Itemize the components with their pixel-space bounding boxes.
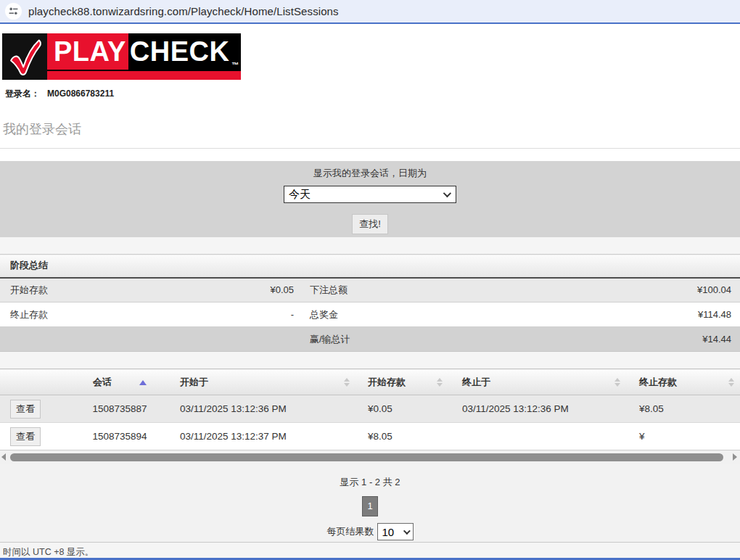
sessions-table: 会话 开始于 开始存款 终止于 终止存款 [0,368,740,450]
page-size-selected-value: 10 [382,526,395,538]
session-started: 03/11/2025 13:12:37 PM [174,423,355,450]
summary-total-row: 赢/输总计 ¥14.44 [0,327,740,352]
summary-label: 终止存款 [0,302,181,327]
page-size-row: 每页结果数 10 [0,523,740,540]
column-header-start-balance[interactable]: 开始存款 [355,369,448,395]
playcheck-logo: PLAY CHECK ™ [2,33,241,80]
column-header-session[interactable]: 会话 [65,369,174,395]
summary-value: ¥14.44 [435,327,740,352]
session-id: 1508735894 [65,423,174,450]
logo-play-text: PLAY [47,33,128,70]
summary-title: 阶段总结 [0,255,740,278]
session-ended: 03/11/2025 13:12:36 PM [448,395,626,423]
arrow-right-icon[interactable] [733,453,737,461]
sort-updown-icon [728,378,734,387]
session-started: 03/11/2025 13:12:36 PM [174,395,355,423]
summary-label: 赢/输总计 [305,327,435,352]
session-row: 查看 1508735894 03/11/2025 13:12:37 PM ¥8.… [0,423,740,450]
session-row: 查看 1508735887 03/11/2025 13:12:36 PM ¥0.… [0,395,740,423]
column-header-started[interactable]: 开始于 [174,369,355,395]
login-name-value: M0G0866783211 [47,88,114,99]
spacer [0,352,740,368]
session-end-balance: ¥ [626,423,740,450]
session-ended [448,423,626,450]
summary-label: 开始存款 [0,278,181,302]
summary-value: ¥114.48 [435,302,740,327]
session-summary-table: 阶段总结 开始存款 ¥0.05 下注总额 ¥100.04 终止存款 - 总奖金 … [0,254,740,352]
sort-ascending-icon [139,380,147,385]
logo-red-stripe [47,71,241,80]
sort-updown-icon [614,378,620,387]
column-header-view [0,369,65,395]
arrow-left-icon[interactable] [1,453,6,461]
summary-label [0,327,181,352]
search-button[interactable]: 查找! [352,214,388,234]
summary-label: 下注总额 [305,278,435,302]
login-name-row: 登录名：M0G0866783211 [2,80,740,100]
sort-updown-icon [437,378,443,387]
summary-value: ¥0.05 [181,278,305,302]
sort-updown-icon [344,378,350,387]
view-session-button[interactable]: 查看 [10,400,41,419]
pagination-range-text: 显示 1 - 2 共 2 [0,476,740,489]
summary-label: 总奖金 [305,302,435,327]
site-header: PLAY CHECK ™ 登录名：M0G0866783211 [0,24,740,100]
scrollbar-thumb[interactable] [10,453,723,461]
horizontal-scrollbar[interactable] [0,450,740,464]
date-range-selected-value: 今天 [289,188,311,202]
view-session-button[interactable]: 查看 [10,427,41,446]
column-header-ended[interactable]: 终止于 [448,369,626,395]
page-size-select[interactable]: 10 [377,523,414,540]
summary-row: 终止存款 - 总奖金 ¥114.48 [0,302,740,327]
summary-value [181,327,305,352]
session-filter-panel: 显示我的登录会话，日期为 今天 查找! [0,161,740,237]
session-id: 1508735887 [65,395,174,423]
page-number-button[interactable]: 1 [362,496,378,516]
logo-check-text: CHECK ™ [128,33,242,70]
url-text[interactable]: playcheck88.tonwizardsring.com/Playcheck… [28,5,339,17]
checkmark-icon [2,33,47,80]
chevron-down-icon [403,527,410,535]
filter-label: 显示我的登录会话，日期为 [313,167,427,180]
summary-value: ¥100.04 [435,278,740,302]
date-range-select[interactable]: 今天 [284,186,456,203]
summary-row: 开始存款 ¥0.05 下注总额 ¥100.04 [0,278,740,302]
sessions-header-row: 会话 开始于 开始存款 终止于 终止存款 [0,369,740,395]
site-settings-tune-icon[interactable] [5,3,22,20]
pagination-panel: 显示 1 - 2 共 2 1 每页结果数 10 [0,464,740,542]
trademark-symbol: ™ [231,61,239,69]
spacer [0,237,740,254]
summary-value: - [181,302,305,327]
logo-wordmark: PLAY CHECK ™ [47,33,241,80]
session-start-balance: ¥0.05 [355,395,448,423]
chevron-down-icon [443,189,451,197]
browser-url-bar[interactable]: playcheck88.tonwizardsring.com/Playcheck… [0,0,740,24]
page-size-label: 每页结果数 [327,525,374,538]
page-title: 我的登录会话 [0,120,740,149]
session-end-balance: ¥8.05 [626,395,740,423]
column-header-end-balance[interactable]: 终止存款 [626,369,740,395]
session-start-balance: ¥8.05 [355,423,448,450]
main-content: 显示我的登录会话，日期为 今天 查找! 阶段总结 开始存款 ¥0.05 下注总额… [0,161,740,560]
login-name-label: 登录名： [5,88,40,99]
